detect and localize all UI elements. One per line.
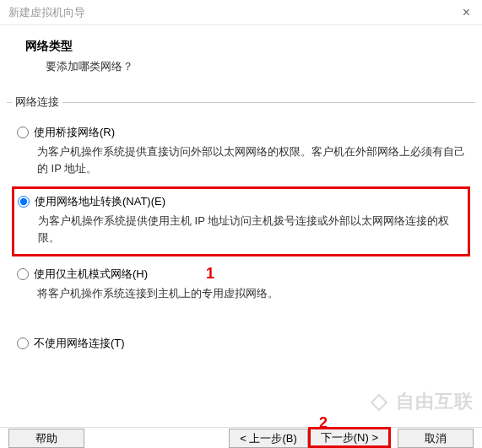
close-icon[interactable]: ×: [458, 3, 475, 22]
watermark-icon: [368, 391, 390, 413]
label-hostonly: 使用仅主机模式网络(H): [34, 267, 148, 282]
annotation-1: 1: [206, 265, 214, 283]
radio-hostonly[interactable]: [17, 268, 29, 280]
wizard-header: 网络类型 要添加哪类网络？: [0, 25, 482, 91]
page-subtitle: 要添加哪类网络？: [46, 59, 457, 74]
desc-hostonly: 将客户机操作系统连接到主机上的专用虚拟网络。: [37, 285, 465, 302]
cancel-button[interactable]: 取消: [398, 429, 474, 448]
network-connection-group: 网络连接 使用桥接网络(R) 为客户机操作系统提供直接访问外部以太网网络的权限。…: [7, 94, 475, 366]
label-none: 不使用网络连接(T): [34, 336, 125, 351]
label-nat: 使用网络地址转换(NAT)(E): [35, 194, 165, 209]
desc-bridge: 为客户机操作系统提供直接访问外部以太网网络的权限。客户机在外部网络上必须有自己的…: [37, 143, 465, 176]
button-bar: 帮助 < 上一步(B) 下一步(N) > 取消: [0, 427, 482, 448]
option-hostonly[interactable]: 使用仅主机模式网络(H) 将客户机操作系统连接到主机上的专用虚拟网络。: [12, 260, 470, 309]
option-bridge[interactable]: 使用桥接网络(R) 为客户机操作系统提供直接访问外部以太网网络的权限。客户机在外…: [12, 118, 470, 183]
next-button[interactable]: 下一步(N) >: [308, 427, 391, 448]
desc-nat: 为客户机操作系统提供使用主机 IP 地址访问主机拨号连接或外部以太网网络连接的权…: [38, 213, 464, 246]
window-title: 新建虚拟机向导: [8, 5, 85, 20]
group-legend: 网络连接: [12, 94, 62, 110]
radio-nat[interactable]: [18, 196, 30, 208]
back-button[interactable]: < 上一步(B): [229, 429, 308, 448]
radio-bridge[interactable]: [17, 127, 29, 138]
watermark: 自由互联: [368, 389, 474, 414]
label-bridge: 使用桥接网络(R): [34, 125, 115, 140]
option-none[interactable]: 不使用网络连接(T): [12, 329, 470, 358]
watermark-text: 自由互联: [396, 391, 474, 412]
radio-none[interactable]: [17, 337, 29, 349]
titlebar: 新建虚拟机向导 ×: [0, 0, 482, 25]
help-button[interactable]: 帮助: [8, 429, 84, 448]
page-title: 网络类型: [25, 39, 457, 54]
option-nat[interactable]: 使用网络地址转换(NAT)(E) 为客户机操作系统提供使用主机 IP 地址访问主…: [12, 186, 470, 256]
